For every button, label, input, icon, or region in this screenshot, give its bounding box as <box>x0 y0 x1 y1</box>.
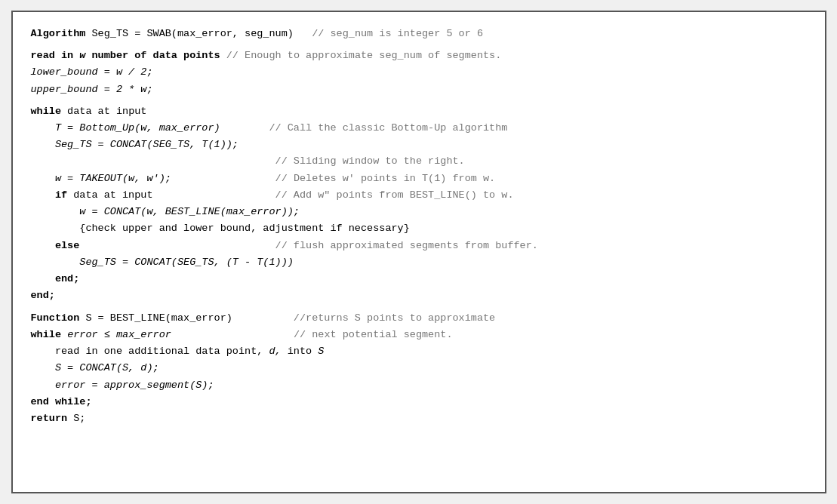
line-16-italic: Seg_TS = CONCAT(SEG_TS, (T - T(1))) <box>79 257 294 268</box>
comment-10: // Sliding window to the right. <box>275 155 465 167</box>
line-4: lower_bound = w / 2; <box>31 64 807 81</box>
comment-8: // Call the classic Bottom-Up algorithm <box>269 122 507 134</box>
keyword-function: Function <box>31 312 80 324</box>
line-1: Algorithm Seg_TS = SWAB(max_error, seg_n… <box>31 26 807 42</box>
keyword-read: read in w number of data points <box>31 50 220 61</box>
line-25: end while; <box>31 394 807 410</box>
line-22-italic2: S <box>318 346 324 357</box>
line-8: T = Bottom_Up(w, max_error) // Call the … <box>31 120 807 137</box>
line-5: upper_bound = 2 * w; <box>31 81 807 98</box>
comment-read: // Enough to approximate seg_num of segm… <box>226 50 502 61</box>
line-8-italic: T = Bottom_Up(w, max_error) <box>55 122 220 134</box>
line-11-italic: w = TAKEOUT(w, w'); <box>55 173 171 184</box>
line-9: Seg_TS = CONCAT(SEG_TS, T(1)); <box>31 137 807 153</box>
line-21-italic: error ≤ max_error <box>67 329 171 340</box>
line-20: Function S = BEST_LINE(max_error) //retu… <box>31 310 807 327</box>
comment-20: //returns S points to approximate <box>294 312 495 324</box>
line-14: {check upper and lower bound, adjustment… <box>31 220 807 237</box>
line-18: end; <box>31 287 807 304</box>
keyword-end2: end; <box>31 290 55 301</box>
keyword-algorithm: Algorithm <box>31 28 86 39</box>
line-3: read in w number of data points // Enoug… <box>31 48 807 64</box>
blank-1 <box>31 42 807 48</box>
line-16: Seg_TS = CONCAT(SEG_TS, (T - T(1))) <box>31 254 807 271</box>
keyword-end-while: end while; <box>31 396 92 407</box>
line-26: return S; <box>31 410 807 427</box>
line-7: while data at input <box>31 103 807 120</box>
line-13-italic: w = CONCAT(w, BEST_LINE(max_error)); <box>79 206 300 217</box>
line-24-italic: error = approx_segment(S); <box>55 380 214 391</box>
comment-12: // Add w" points from BEST_LINE() to w. <box>275 189 514 201</box>
line-9-italic: Seg_TS = CONCAT(SEG_TS, T(1)); <box>55 139 238 150</box>
line-11: w = TAKEOUT(w, w'); // Deletes w' points… <box>31 171 807 187</box>
line-23: S = CONCAT(S, d); <box>31 360 807 376</box>
keyword-while1: while <box>31 106 62 117</box>
line-24: error = approx_segment(S); <box>31 377 807 394</box>
line-12: if data at input // Add w" points from B… <box>31 187 807 204</box>
line-22-italic: d, <box>269 346 281 357</box>
line-23-italic: S = CONCAT(S, d); <box>55 362 159 373</box>
line-13: w = CONCAT(w, BEST_LINE(max_error)); <box>31 204 807 220</box>
keyword-while2: while <box>31 329 62 340</box>
code-block: Algorithm Seg_TS = SWAB(max_error, seg_n… <box>11 11 826 493</box>
comment-1: // seg_num is integer 5 or 6 <box>312 28 483 39</box>
blank-3 <box>31 305 807 310</box>
keyword-end1: end; <box>55 273 79 284</box>
keyword-if: if <box>55 189 67 201</box>
comment-15: // flush approximated segments from buff… <box>275 240 538 251</box>
blank-2 <box>31 98 807 103</box>
keyword-return: return <box>31 413 68 424</box>
keyword-else: else <box>55 240 79 251</box>
line-15: else // flush approximated segments from… <box>31 238 807 254</box>
comment-11: // Deletes w' points in T(1) from w. <box>275 173 496 184</box>
comment-21: // next potential segment. <box>294 329 453 340</box>
line-17: end; <box>31 271 807 287</box>
line-22: read in one additional data point, d, in… <box>31 343 807 360</box>
line-21: while error ≤ max_error // next potentia… <box>31 327 807 343</box>
line-10: // Sliding window to the right. <box>31 153 807 170</box>
